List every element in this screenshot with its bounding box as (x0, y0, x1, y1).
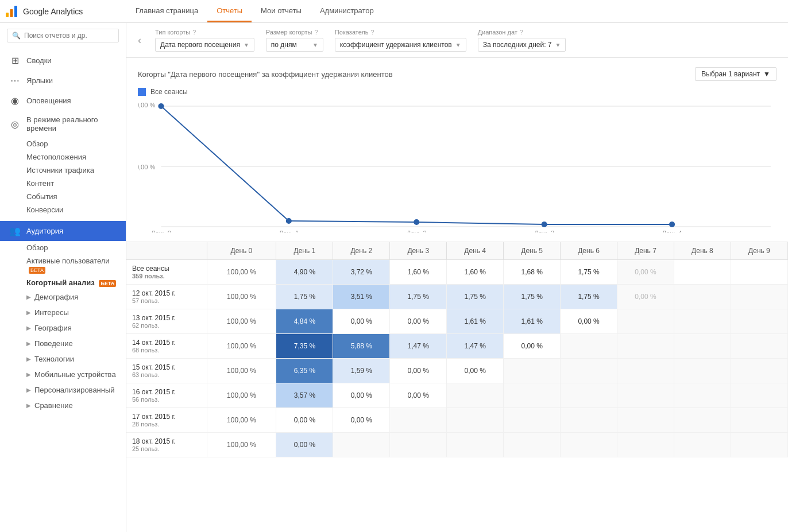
row-2-cell-day0: 100,00 % (207, 334, 276, 359)
sidebar-group-behavior[interactable]: ▶ Поведение (0, 336, 126, 351)
sidebar-item-labels[interactable]: ⋯ Ярлыки (0, 71, 126, 91)
row-5-cell-day2: 0,00 % (333, 408, 390, 433)
sidebar-group-interests[interactable]: ▶ Интересы (0, 305, 126, 320)
group-label-demographics: Демография (34, 293, 78, 301)
metric-label: Показатель (335, 29, 369, 36)
variant-button[interactable]: Выбран 1 вариант ▼ (695, 67, 777, 81)
chart-svg: 100,00 % 50,00 % (138, 100, 777, 232)
sidebar-sub-conversions[interactable]: Конверсии (0, 203, 126, 216)
row-1-cell-day5: 1,61 % (504, 309, 561, 334)
row-5-cell-day9 (731, 408, 787, 433)
metric-value: коэффициент удержания клиентов (340, 41, 452, 49)
sidebar-sub-active-users[interactable]: Активные пользователи БЕТА (0, 254, 126, 276)
sidebar-group-demographics[interactable]: ▶ Демография (0, 289, 126, 305)
sidebar-item-audience[interactable]: 👥 Аудитория (0, 221, 126, 241)
triangle-icon-6: ▶ (26, 371, 31, 378)
col-header-day8: День 8 (674, 242, 731, 260)
svg-rect-0 (6, 13, 9, 17)
total-cell-day3: 1,60 % (390, 260, 447, 285)
labels-icon: ⋯ (9, 75, 21, 86)
sidebar-sub-locations[interactable]: Местоположения (0, 150, 126, 164)
row-6-cell-day4 (447, 433, 504, 457)
row-1-cell-day9 (731, 309, 787, 334)
row-5-cell-day6 (561, 408, 617, 433)
metric-select[interactable]: коэффициент удержания клиентов ▼ (335, 38, 466, 52)
cohort-label: Когортный анализ (26, 278, 95, 287)
main-layout: 🔍 ⊞ Сводки ⋯ Ярлыки ◉ Оповещения ◎ В реж… (0, 23, 788, 532)
table-row: 15 окт. 2015 г.63 польз.100,00 %6,35 %1,… (126, 359, 788, 383)
row-1-cell-day3: 0,00 % (390, 309, 447, 334)
cohort-type-select[interactable]: Дата первого посещения ▼ (155, 38, 254, 52)
row-6-cell-day9 (731, 433, 787, 457)
metric-chevron-icon: ▼ (455, 42, 461, 48)
sidebar-section-main: ⊞ Сводки ⋯ Ярлыки ◉ Оповещения ◎ В режим… (0, 48, 126, 219)
sidebar-sub-cohort[interactable]: Когортный анализ БЕТА (0, 276, 126, 289)
cohort-size-select[interactable]: по дням ▼ (266, 38, 323, 52)
sidebar-group-geography[interactable]: ▶ География (0, 320, 126, 336)
sidebar-group-technology[interactable]: ▶ Технологии (0, 351, 126, 367)
tab-admin[interactable]: Администратор (311, 0, 383, 22)
chart-legend: Все сеансы (138, 88, 777, 96)
col-header-day6: День 6 (561, 242, 617, 260)
search-input[interactable] (24, 32, 114, 40)
col-header-day5: День 5 (504, 242, 561, 260)
tab-home[interactable]: Главная страница (126, 0, 207, 22)
row-2-cell-day8 (674, 334, 731, 359)
date-range-select[interactable]: За последних дней: 7 ▼ (478, 38, 566, 52)
row-label-1: 13 окт. 2015 г.62 польз. (126, 309, 207, 334)
row-0-cell-day3: 1,75 % (390, 285, 447, 309)
row-2-cell-day2: 5,88 % (333, 334, 390, 359)
search-box[interactable]: 🔍 (7, 29, 119, 42)
col-header-day3: День 3 (390, 242, 447, 260)
sidebar-item-alerts[interactable]: ◉ Оповещения (0, 91, 126, 111)
triangle-icon-5: ▶ (26, 356, 31, 362)
svg-rect-2 (14, 6, 17, 17)
filter-date-range: Диапазон дат ? За последних дней: 7 ▼ (478, 29, 566, 52)
row-label-5: 17 окт. 2015 г.28 польз. (126, 408, 207, 433)
tab-reports[interactable]: Отчеты (207, 0, 252, 22)
cohort-type-help-icon[interactable]: ? (192, 29, 196, 36)
sidebar-group-compare[interactable]: ▶ Сравнение (0, 398, 126, 413)
svg-text:100,00 %: 100,00 % (138, 102, 155, 108)
sidebar-sub-traffic-sources[interactable]: Источники трафика (0, 164, 126, 177)
sidebar-item-realtime[interactable]: ◎ В режиме реального времени (0, 111, 126, 137)
chart-container: 100,00 % 50,00 % (138, 100, 777, 232)
chart-point-day1 (286, 218, 292, 224)
sidebar-item-dashboards[interactable]: ⊞ Сводки (0, 51, 126, 71)
sidebar-group-custom[interactable]: ▶ Персонализированный (0, 382, 126, 398)
collapse-sidebar-btn[interactable]: ‹ (138, 34, 141, 46)
row-4-cell-day3: 0,00 % (390, 383, 447, 408)
row-5-cell-day5 (504, 408, 561, 433)
col-header-label (126, 242, 207, 260)
sidebar-sub-audience-overview[interactable]: Обзор (0, 241, 126, 254)
row-1-cell-day0: 100,00 % (207, 309, 276, 334)
triangle-icon: ▶ (26, 294, 31, 300)
row-label-4: 16 окт. 2015 г.56 польз. (126, 383, 207, 408)
svg-text:День 4: День 4 (662, 230, 682, 232)
sidebar-sub-content[interactable]: Контент (0, 177, 126, 190)
row-1-cell-day1: 4,84 % (276, 309, 333, 334)
row-3-cell-day7 (617, 359, 674, 383)
col-header-day7: День 7 (617, 242, 674, 260)
sidebar-group-mobile[interactable]: ▶ Мобильные устройства (0, 367, 126, 382)
table-section: День 0 День 1 День 2 День 3 День 4 День … (126, 242, 788, 532)
cohort-size-help-icon[interactable]: ? (314, 29, 318, 36)
chart-title: Когорты "Дата первого посещения" за коэф… (138, 70, 393, 79)
sidebar-sub-realtime-overview[interactable]: Обзор (0, 137, 126, 150)
sidebar: 🔍 ⊞ Сводки ⋯ Ярлыки ◉ Оповещения ◎ В реж… (0, 23, 126, 532)
active-users-beta-badge: БЕТА (29, 267, 45, 274)
table-row: 16 окт. 2015 г.56 польз.100,00 %3,57 %0,… (126, 383, 788, 408)
col-header-day1: День 1 (276, 242, 333, 260)
chart-point-day3 (542, 222, 547, 227)
table-row: 14 окт. 2015 г.68 польз.100,00 %7,35 %5,… (126, 334, 788, 359)
tab-myreports[interactable]: Мои отчеты (252, 0, 311, 22)
date-range-help-icon[interactable]: ? (520, 29, 523, 36)
filters-bar: ‹ Тип когорты ? Дата первого посещения ▼… (126, 23, 788, 58)
filter-metric: Показатель ? коэффициент удержания клиен… (335, 29, 466, 52)
sidebar-sub-events[interactable]: События (0, 190, 126, 203)
group-label-behavior: Поведение (34, 339, 73, 348)
metric-help-icon[interactable]: ? (371, 29, 374, 36)
svg-text:День 1: День 1 (279, 230, 299, 232)
row-0-cell-day4: 1,75 % (447, 285, 504, 309)
legend-color-box (138, 88, 146, 96)
